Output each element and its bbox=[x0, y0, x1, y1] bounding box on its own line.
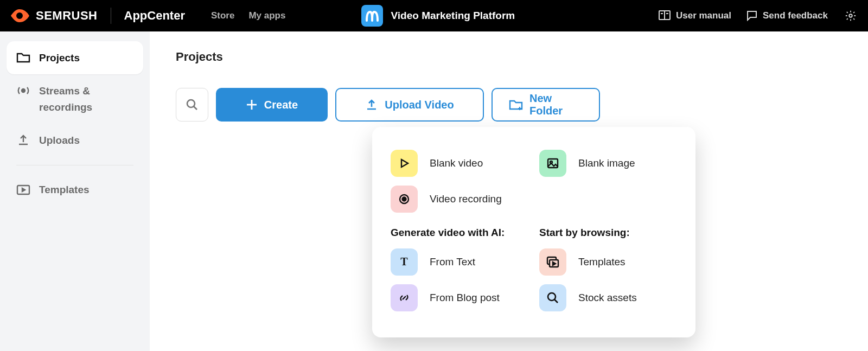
semrush-logo-icon bbox=[10, 8, 30, 23]
plus-icon bbox=[246, 99, 258, 111]
book-icon bbox=[659, 10, 671, 21]
create-dropdown: Blank video Video recording Generate vid… bbox=[372, 127, 695, 337]
search-icon bbox=[186, 98, 199, 111]
create-blank-video[interactable]: Blank video bbox=[391, 145, 528, 181]
top-right: User manual Send feedback bbox=[659, 8, 858, 23]
create-item-label: Blank image bbox=[578, 157, 635, 169]
create-item-label: From Blog post bbox=[430, 292, 500, 304]
templates-icon bbox=[16, 182, 30, 196]
dropdown-heading-ai: Generate video with AI: bbox=[391, 227, 528, 239]
send-feedback-label: Send feedback bbox=[763, 10, 828, 21]
app-chip: Video Marketing Platform bbox=[361, 5, 515, 27]
sidebar: Projects Streams & recordings Uploads Te… bbox=[0, 31, 150, 351]
brand-divider bbox=[111, 8, 111, 24]
create-blank-image[interactable]: Blank image bbox=[539, 145, 677, 181]
sidebar-item-label: Uploads bbox=[39, 132, 80, 148]
search-button[interactable] bbox=[176, 88, 208, 122]
create-item-label: Templates bbox=[578, 256, 626, 268]
svg-point-23 bbox=[548, 293, 556, 301]
create-item-label: From Text bbox=[430, 256, 475, 268]
sidebar-item-label: Streams & recordings bbox=[39, 83, 133, 115]
upload-video-button[interactable]: Upload Video bbox=[335, 88, 484, 122]
svg-point-5 bbox=[22, 89, 25, 92]
browse-stock-assets[interactable]: Stock assets bbox=[539, 280, 677, 316]
action-row: Create Upload Video New Folder bbox=[176, 88, 842, 122]
create-video-recording[interactable]: Video recording bbox=[391, 181, 528, 217]
nav-my-apps[interactable]: My apps bbox=[248, 10, 285, 21]
svg-text:T: T bbox=[400, 256, 408, 267]
create-button[interactable]: Create bbox=[216, 88, 328, 122]
link-icon bbox=[391, 284, 418, 311]
sidebar-item-label: Templates bbox=[39, 182, 90, 197]
shell: Projects Streams & recordings Uploads Te… bbox=[0, 31, 868, 351]
svg-marker-14 bbox=[401, 159, 408, 167]
text-icon: T bbox=[391, 248, 418, 276]
sidebar-item-label: Projects bbox=[39, 50, 80, 66]
main-content: Projects Create Upload Video bbox=[150, 31, 868, 351]
folder-icon bbox=[16, 50, 30, 65]
svg-line-9 bbox=[194, 106, 197, 110]
broadcast-icon bbox=[16, 84, 30, 98]
user-manual-label: User manual bbox=[676, 10, 731, 21]
image-icon bbox=[539, 150, 566, 177]
user-manual-link[interactable]: User manual bbox=[659, 10, 731, 21]
upload-icon bbox=[16, 133, 30, 147]
brand: SEMRUSH AppCenter bbox=[10, 8, 185, 24]
sidebar-separator bbox=[16, 165, 133, 165]
svg-point-8 bbox=[187, 100, 195, 107]
page-title: Projects bbox=[176, 50, 842, 64]
upload-icon bbox=[365, 98, 378, 111]
create-from-text[interactable]: T From Text bbox=[391, 244, 528, 280]
record-icon bbox=[391, 186, 418, 213]
browse-templates[interactable]: Templates bbox=[539, 244, 677, 280]
sidebar-item-uploads[interactable]: Uploads bbox=[7, 124, 143, 157]
dropdown-heading-browse: Start by browsing: bbox=[539, 227, 677, 239]
create-from-blog[interactable]: From Blog post bbox=[391, 280, 528, 316]
upload-label: Upload Video bbox=[385, 99, 454, 111]
svg-rect-18 bbox=[548, 159, 558, 168]
sidebar-item-streams[interactable]: Streams & recordings bbox=[7, 74, 143, 124]
create-item-label: Stock assets bbox=[578, 292, 637, 304]
create-item-label: Video recording bbox=[430, 193, 502, 205]
folder-plus-icon bbox=[509, 99, 523, 111]
create-label: Create bbox=[264, 99, 298, 111]
svg-marker-7 bbox=[22, 188, 25, 192]
send-feedback-link[interactable]: Send feedback bbox=[746, 10, 828, 21]
templates-stack-icon bbox=[539, 248, 566, 276]
play-icon bbox=[391, 150, 418, 177]
top-bar: SEMRUSH AppCenter Store My apps Video Ma… bbox=[0, 0, 868, 31]
new-folder-button[interactable]: New Folder bbox=[492, 88, 600, 122]
nav-links: Store My apps bbox=[211, 10, 286, 21]
nav-store[interactable]: Store bbox=[211, 10, 234, 21]
settings-button[interactable] bbox=[843, 8, 858, 23]
svg-point-16 bbox=[403, 197, 406, 201]
brand-name: SEMRUSH bbox=[36, 9, 98, 23]
app-icon bbox=[361, 5, 383, 27]
appcenter-label[interactable]: AppCenter bbox=[124, 9, 185, 23]
sidebar-item-projects[interactable]: Projects bbox=[7, 41, 143, 74]
speech-icon bbox=[746, 10, 757, 21]
new-folder-label: New Folder bbox=[529, 92, 583, 117]
sidebar-item-templates[interactable]: Templates bbox=[7, 173, 143, 206]
app-title: Video Marketing Platform bbox=[391, 10, 515, 22]
svg-point-4 bbox=[849, 14, 852, 17]
svg-line-24 bbox=[554, 299, 558, 303]
search-icon bbox=[539, 284, 566, 311]
create-item-label: Blank video bbox=[430, 157, 483, 169]
gear-icon bbox=[845, 10, 857, 22]
